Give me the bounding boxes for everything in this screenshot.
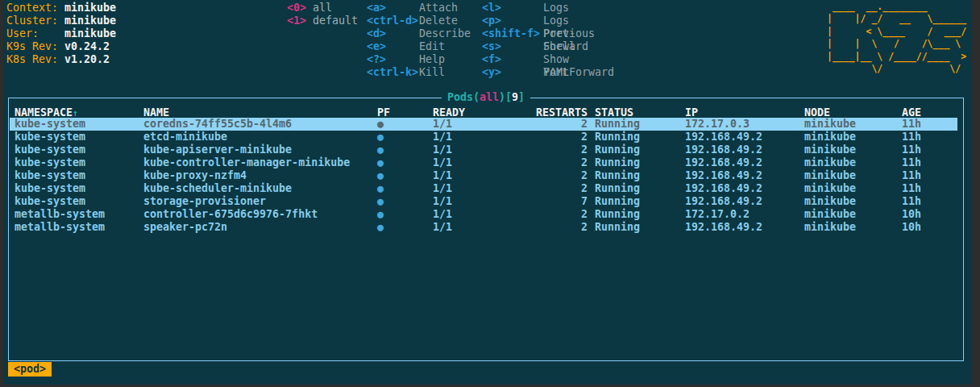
cell-name: coredns-74ff55c5b-4l4m6	[143, 118, 292, 131]
cell-ready: 1/1	[433, 195, 452, 208]
table-row[interactable]: kube-system kube-scheduler-minikube ● 1/…	[10, 182, 962, 195]
cell-namespace: kube-system	[15, 195, 85, 208]
table-row[interactable]: kube-system kube-proxy-nzfm4 ● 1/1 2 Run…	[10, 169, 962, 182]
cluster-info-row: K9s Rev:v0.24.2	[6, 40, 116, 53]
info-label: Cluster:	[6, 15, 64, 27]
hotkey-key: <a>	[367, 2, 386, 14]
hotkey-key: <ctrl-k>	[367, 66, 418, 78]
cluster-info: Context:minikubeCluster:minikubeUser:min…	[6, 2, 116, 66]
cell-restarts: 2	[461, 208, 588, 221]
cell-ip: 192.168.49.2	[685, 221, 762, 234]
hotkey-row: <d>Describe	[367, 27, 418, 40]
cell-age: 10h	[902, 208, 921, 221]
cell-age: 11h	[902, 118, 921, 131]
info-label: K8s Rev:	[6, 53, 64, 66]
cell-ip: 192.168.49.2	[685, 144, 762, 156]
title-namespace-filter: all	[480, 91, 499, 103]
cell-namespace: kube-system	[15, 169, 85, 182]
hotkey-row: <1>default	[287, 15, 306, 27]
hotkey-row: <?>Help	[367, 53, 418, 66]
cell-ip: 192.168.49.2	[685, 156, 762, 169]
cell-age: 11h	[902, 156, 921, 169]
cell-node: minikube	[804, 169, 856, 182]
hotkey-key: <p>	[482, 15, 501, 27]
cell-ready: 1/1	[433, 169, 452, 182]
breadcrumb-pod[interactable]: <pod>	[8, 362, 52, 377]
table-row[interactable]: metallb-system controller-675d6c9976-7fh…	[10, 208, 962, 221]
port-forward-dot-icon: ●	[377, 156, 384, 169]
hotkey-row: <f>Show PortForward	[482, 53, 540, 66]
cell-node: minikube	[804, 195, 856, 208]
k9s-logo: ____ __.________ | |/ _/ __ \______ | < …	[827, 1, 966, 75]
menu-hotkeys-column-1: <a>Attach<ctrl-d>Delete<d>Describe<e>Edi…	[367, 2, 418, 79]
cell-status: Running	[595, 221, 640, 234]
port-forward-dot-icon: ●	[377, 208, 384, 221]
port-forward-dot-icon: ●	[377, 118, 384, 131]
hotkey-label: Help	[419, 53, 445, 66]
cell-status: Running	[595, 208, 640, 221]
cluster-info-row: User:minikube	[6, 27, 116, 40]
cell-age: 11h	[902, 182, 921, 195]
pods-rows: kube-system coredns-74ff55c5b-4l4m6 ● 1/…	[10, 118, 962, 360]
cell-node: minikube	[804, 208, 856, 221]
table-row[interactable]: kube-system kube-apiserver-minikube ● 1/…	[10, 144, 962, 156]
info-value: minikube	[64, 2, 116, 14]
cell-namespace: kube-system	[15, 118, 85, 131]
cell-ip: 192.168.49.2	[685, 131, 762, 144]
hotkey-key: <1>	[287, 15, 306, 27]
cell-ip: 192.168.49.2	[685, 182, 762, 195]
cell-ip: 192.168.49.2	[685, 169, 762, 182]
table-row[interactable]: kube-system etcd-minikube ● 1/1 2 Runnin…	[10, 131, 962, 144]
title-row-count: 9	[512, 91, 518, 103]
cell-node: minikube	[804, 182, 856, 195]
cell-status: Running	[595, 195, 640, 208]
hotkey-label: Kill	[419, 66, 445, 79]
breadcrumb: <pod>	[8, 362, 52, 377]
hotkey-key: <s>	[482, 40, 501, 52]
info-label: User:	[6, 27, 64, 40]
pods-table: Pods(all)[9] NAMESPACE↑ NAME PF READY RE…	[8, 98, 964, 361]
cell-age: 11h	[902, 195, 921, 208]
hotkey-row: <ctrl-d>Delete	[367, 15, 418, 27]
hotkey-key: <f>	[482, 53, 501, 65]
port-forward-dot-icon: ●	[377, 182, 384, 195]
cell-restarts: 7	[461, 195, 588, 208]
hotkey-row: <e>Edit	[367, 40, 418, 53]
cell-restarts: 2	[461, 182, 588, 195]
cell-name: controller-675d6c9976-7fhkt	[143, 208, 318, 221]
info-label: Context:	[6, 2, 64, 15]
cell-name: speaker-pc72n	[143, 221, 227, 234]
hotkey-row: <l>Logs	[482, 2, 540, 15]
cell-namespace: metallb-system	[15, 221, 105, 234]
info-value: minikube	[64, 27, 116, 40]
cell-name: kube-controller-manager-minikube	[143, 156, 350, 169]
hotkey-row: <p>Logs Previous	[482, 15, 540, 27]
cell-namespace: kube-system	[15, 182, 85, 195]
cell-namespace: kube-system	[15, 131, 85, 144]
cell-name: kube-scheduler-minikube	[143, 182, 292, 195]
cell-ready: 1/1	[433, 182, 452, 195]
hotkey-key: <?>	[367, 53, 386, 65]
hotkey-label: default	[313, 15, 358, 27]
hotkey-key: <l>	[482, 2, 501, 14]
cell-ready: 1/1	[433, 221, 452, 234]
cell-name: etcd-minikube	[143, 131, 227, 144]
cell-ready: 1/1	[433, 156, 452, 169]
cluster-info-row: Cluster:minikube	[6, 15, 116, 27]
cluster-info-row: Context:minikube	[6, 2, 116, 15]
cell-ip: 172.17.0.3	[685, 118, 750, 131]
cell-node: minikube	[804, 156, 856, 169]
cell-age: 10h	[902, 221, 921, 234]
cell-status: Running	[595, 156, 640, 169]
cell-age: 11h	[902, 131, 921, 144]
hotkey-label: Attach	[419, 2, 458, 15]
table-row[interactable]: kube-system kube-controller-manager-mini…	[10, 156, 962, 169]
hotkey-label: Edit	[419, 40, 445, 53]
table-row[interactable]: kube-system coredns-74ff55c5b-4l4m6 ● 1/…	[10, 118, 957, 131]
table-row[interactable]: kube-system storage-provisioner ● 1/1 7 …	[10, 195, 962, 208]
hotkey-key: <e>	[367, 40, 386, 52]
info-value: v0.24.2	[64, 40, 110, 52]
cell-status: Running	[595, 182, 640, 195]
info-value: minikube	[64, 15, 116, 27]
table-row[interactable]: metallb-system speaker-pc72n ● 1/1 2 Run…	[10, 221, 962, 234]
